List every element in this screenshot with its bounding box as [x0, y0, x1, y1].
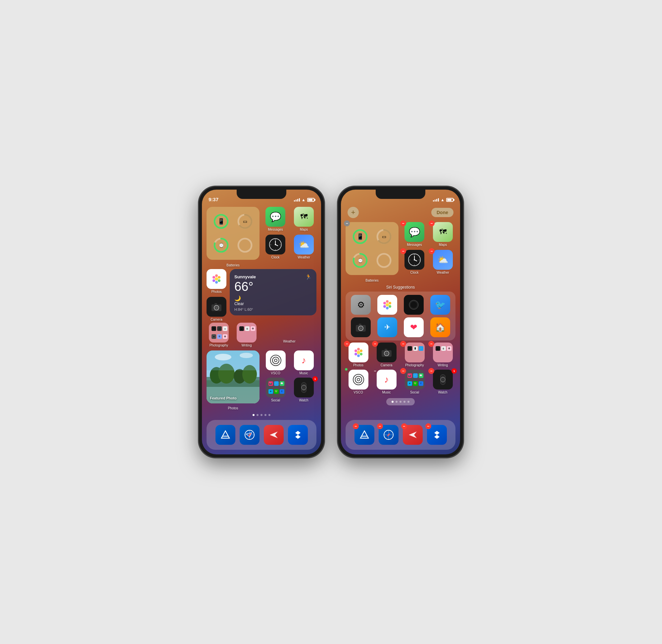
app-music-2[interactable]: − ♪ Music — [374, 370, 399, 394]
remove-camera-2[interactable]: − — [372, 341, 378, 347]
svg-point-91 — [357, 378, 360, 381]
app-clock-1[interactable]: 12 3 9 6 Clock — [263, 235, 288, 259]
app-messages-1[interactable]: 💬 Messages — [263, 207, 288, 231]
safari-dock-icon-1 — [239, 425, 259, 445]
dock-dropbox-2[interactable]: − — [427, 425, 447, 445]
app-photos-2[interactable]: − Photos — [346, 343, 371, 367]
app-home-2[interactable]: 🏠 — [428, 317, 452, 337]
remove-photography-2[interactable]: − — [400, 341, 406, 347]
app-watch-2[interactable]: − 1 Watch — [430, 370, 455, 394]
app-vsco-2[interactable]: VSCO — [346, 370, 371, 394]
dock-appstore-1[interactable] — [215, 425, 235, 445]
app-health-2[interactable]: ❤ — [402, 317, 426, 337]
app-camera-2[interactable]: − Camera — [374, 343, 399, 367]
app-camera-1[interactable]: Camera — [207, 297, 226, 321]
dock-safari-1[interactable] — [239, 425, 259, 445]
watch-icon-1 — [294, 377, 314, 397]
remove-batteries-2[interactable]: − — [344, 221, 350, 226]
dot-2-5 — [408, 401, 409, 403]
camera-label-1: Camera — [210, 318, 223, 321]
svg-rect-25 — [214, 303, 217, 305]
remove-messages-2[interactable]: − — [400, 221, 406, 226]
remove-photos-2[interactable]: − — [344, 341, 350, 347]
clock-label-1: Clock — [271, 255, 279, 259]
svg-point-76 — [360, 327, 362, 330]
svg-point-34 — [215, 354, 231, 360]
battery-phone-1: 📱 — [210, 211, 232, 232]
remove-writing-2[interactable]: − — [428, 341, 434, 347]
app-music-1[interactable]: ♪ Music — [291, 350, 316, 375]
remove-appstore-2[interactable]: − — [353, 423, 359, 429]
svg-point-79 — [360, 349, 362, 352]
app-settings-2[interactable]: ⚙ — [349, 295, 373, 315]
app-twitterrific-2[interactable]: 🐦 — [428, 295, 452, 315]
svg-text:3: 3 — [280, 244, 281, 246]
notch-1 — [237, 190, 286, 199]
add-button-2[interactable]: + — [347, 207, 359, 218]
wifi-icon-2: ▲ — [440, 198, 444, 202]
social-folder-1: 📷 🐦 💬 ✈ 💚 f — [266, 377, 286, 397]
done-button-2[interactable]: Done — [431, 208, 454, 217]
app-watch-1[interactable]: 1 Watch — [291, 377, 316, 402]
phone-2-screen: 9:37 ▲ + Done — [341, 190, 460, 454]
batteries-widget-1: 📱 ▭ — [207, 207, 259, 260]
svg-point-67 — [389, 305, 391, 308]
svg-point-70 — [383, 302, 386, 304]
weather-label-1: Weather — [298, 255, 310, 259]
svg-point-36 — [270, 355, 281, 366]
remove-watch-2[interactable]: − — [428, 368, 434, 374]
dock-safari-2[interactable]: − — [379, 425, 398, 445]
notch-2 — [376, 190, 425, 199]
remove-dropbox-2[interactable]: − — [425, 423, 431, 429]
app-writing-2[interactable]: − ▲ B ✿ Writing — [430, 343, 455, 367]
app-photography-2[interactable]: − ⚙ 📱 🐦 Photography — [402, 343, 427, 367]
app-social-1[interactable]: 📷 🐦 💬 ✈ 💚 f Social — [263, 377, 288, 402]
app-weather-2[interactable]: − ⛅ Weather — [430, 250, 455, 274]
app-maps-2[interactable]: − 🗺 Maps — [430, 222, 455, 247]
svg-point-19 — [212, 279, 215, 282]
app-photos-1[interactable]: Photos — [207, 269, 226, 294]
batteries-widget-container-2: − 📱 — [346, 222, 398, 275]
svg-point-82 — [355, 353, 357, 355]
app-camera-siri-2[interactable] — [349, 317, 373, 337]
svg-rect-33 — [207, 350, 259, 370]
music-icon-1: ♪ — [294, 350, 314, 370]
photos-bottom-label-1: Photos — [228, 406, 238, 410]
dot-1-1 — [253, 414, 254, 416]
app-photography-1[interactable]: ⚙ △ ∞ ● B ✿ Photography — [207, 323, 231, 347]
remove-music-2[interactable]: − — [372, 368, 378, 374]
remove-weather-2[interactable]: − — [429, 248, 435, 254]
dock-spark-2[interactable]: − — [403, 425, 423, 445]
home-content-2: − 📱 — [341, 220, 460, 454]
remove-spark-2[interactable]: − — [401, 423, 407, 429]
vsco-label-1: VSCO — [271, 371, 280, 375]
svg-text:12: 12 — [414, 254, 415, 255]
weather-widget-1: Sunnyvale 🏃 66° 🌙 Clear H:84° L:60° — [230, 269, 316, 315]
app-messages-2[interactable]: − 💬 Messages — [402, 222, 427, 247]
app-clock-2[interactable]: − 12 3 9 6 — [402, 250, 427, 274]
app-photos-siri-2[interactable] — [375, 295, 399, 315]
remove-social-2[interactable]: − — [400, 368, 406, 374]
battery-icon-1 — [307, 198, 315, 202]
app-writing-1[interactable]: ▲ B ✿ Writing — [234, 323, 259, 347]
battery-watch-1: ⌚ — [210, 235, 232, 256]
app-social-2[interactable]: − 📷 🐦 💬 ✈ 💚 f Social — [402, 370, 427, 394]
dock-1 — [207, 420, 316, 450]
app-watchface-2[interactable] — [402, 295, 426, 315]
dock-appstore-2[interactable]: − — [355, 425, 374, 445]
remove-safari-2[interactable]: − — [377, 423, 383, 429]
remove-maps-2[interactable]: − — [429, 221, 435, 226]
svg-point-84 — [357, 351, 360, 354]
app-vsco-1[interactable]: VSCO — [263, 350, 288, 375]
app-weather-1[interactable]: ⛅ Weather — [291, 235, 316, 259]
dock-spark-1[interactable] — [264, 425, 284, 445]
dot-1-3 — [260, 414, 262, 416]
dot-2-1 — [392, 401, 393, 403]
remove-clock-2[interactable]: − — [400, 248, 406, 254]
app-telegram-2[interactable]: ✈ — [375, 317, 399, 337]
signal-bar-2 — [296, 200, 297, 202]
phone-1-screen: 9:37 ▲ — [202, 190, 321, 454]
dock-dropbox-1[interactable] — [288, 425, 308, 445]
app-maps-1[interactable]: 🗺 Maps — [291, 207, 316, 231]
battery-icon-2 — [446, 198, 454, 202]
